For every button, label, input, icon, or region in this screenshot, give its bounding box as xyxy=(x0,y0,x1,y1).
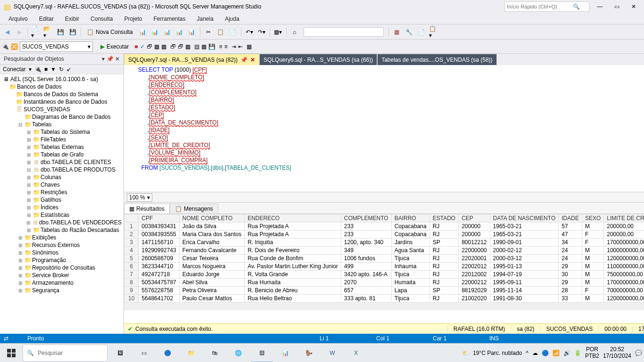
expand-icon[interactable]: ⊞ xyxy=(25,213,32,218)
tree-item[interactable]: ⊞📁 Estatísticas xyxy=(0,211,124,219)
task-dbeaver-icon[interactable]: 🦫 xyxy=(298,344,320,362)
table-row[interactable]: 200384393555Maria Clara dos SantosRua Pr… xyxy=(124,230,644,239)
tree-item[interactable]: ⊞📁Tabelas do Razão Descartadas xyxy=(0,226,124,234)
table-cell[interactable]: 1965-03-21 xyxy=(490,230,559,239)
connect-button[interactable]: Conectar xyxy=(3,66,26,73)
indent-icon[interactable]: ⇥ xyxy=(231,43,236,50)
tray-chevron-icon[interactable]: ^ xyxy=(526,350,528,356)
back-button[interactable]: ◀ xyxy=(2,27,12,37)
column-header[interactable]: DATA DE NASCIMENTO xyxy=(490,214,559,222)
expand-icon[interactable]: ⊞ xyxy=(25,137,32,142)
intellisense-icon[interactable]: ▦ xyxy=(161,43,166,50)
table-cell[interactable]: Copacabana xyxy=(391,230,429,239)
table-row[interactable]: 52600586709Cesar TeixeiraRua Conde de Bo… xyxy=(124,255,644,263)
table-cell[interactable]: R. Volta Grande xyxy=(245,271,341,279)
table-cell[interactable]: 1700000000,00 xyxy=(604,239,644,247)
menu-arquivo[interactable]: Arquivo xyxy=(4,15,33,23)
table-cell[interactable]: 233 xyxy=(341,222,391,230)
table-row[interactable]: 100384393431João da SilvaRua Projetada A… xyxy=(124,222,644,230)
tray-onedrive-icon[interactable]: ☁ xyxy=(532,350,538,356)
expand-icon[interactable]: ⊞ xyxy=(17,235,24,240)
table-cell[interactable]: F xyxy=(582,230,603,239)
table-cell[interactable]: 3623344710 xyxy=(139,263,179,271)
pin-icon[interactable]: 📌 xyxy=(240,57,248,63)
menu-ferramentas[interactable]: Ferramentas xyxy=(149,15,190,23)
table-cell[interactable]: 1200000000,00 xyxy=(604,255,644,263)
tree-item[interactable]: ⊞📁Segurança xyxy=(0,287,124,294)
expand-icon[interactable]: ⊟ xyxy=(25,167,32,173)
xmla-query-icon[interactable]: 📊 xyxy=(187,27,197,37)
table-cell[interactable]: 1995-11-14 xyxy=(490,287,559,295)
taskbar-search[interactable]: 🔍 Pesquisar xyxy=(23,345,107,362)
column-header[interactable]: NOME COMPLETO xyxy=(179,214,244,222)
column-header[interactable]: ENDERECO xyxy=(245,214,341,222)
table-cell[interactable]: 349 xyxy=(341,247,391,255)
table-cell[interactable]: 5576228758 xyxy=(139,287,179,295)
expand-icon[interactable]: ⊞ xyxy=(17,288,24,293)
execute-button[interactable]: ▶ Executar xyxy=(97,42,132,51)
refresh-icon[interactable]: ↻ xyxy=(59,66,64,73)
table-cell[interactable]: 1994-07-19 xyxy=(490,271,559,279)
tray-battery-icon[interactable]: 🔋 xyxy=(574,350,581,356)
windows-start-button[interactable] xyxy=(2,344,21,362)
table-cell[interactable]: Erica Carvalho xyxy=(179,239,244,247)
table-cell[interactable]: 1990-09-01 xyxy=(490,239,559,247)
table-row[interactable]: 63623344710Marcos NogueiraAv. Pastor Mar… xyxy=(124,263,644,271)
column-header[interactable]: LIMITE DE CREDITO xyxy=(604,214,644,222)
table-row[interactable]: 31471156710Erica CarvalhoR. Iriquitia120… xyxy=(124,239,644,247)
tree-item[interactable]: ⊞📁 Colunas xyxy=(0,173,124,181)
table-cell[interactable]: M xyxy=(582,255,603,263)
weather-icon[interactable]: ⛅ xyxy=(462,350,469,356)
table-cell[interactable]: Cesar Teixeira xyxy=(179,255,244,263)
task-view-icon[interactable]: ▭ xyxy=(133,344,155,362)
table-cell[interactable]: 80012212 xyxy=(459,239,490,247)
tool-reg-icon[interactable]: 📋▾ xyxy=(429,27,439,37)
notification-icon[interactable]: 💬 xyxy=(635,350,642,356)
tree-item[interactable]: ⊞📁Service Broker xyxy=(0,272,124,279)
include-stats-icon[interactable]: 🗗 xyxy=(178,43,183,50)
task-excel-icon[interactable]: X xyxy=(345,344,367,362)
menu-exibir[interactable]: Exibir xyxy=(60,15,84,23)
table-cell[interactable]: 30 xyxy=(559,271,582,279)
tray-security-icon[interactable]: 🔵 xyxy=(542,350,549,356)
tree-item[interactable]: 📁Instantâneos de Banco de Dados xyxy=(0,98,124,106)
table-cell[interactable]: 1200000000,00 xyxy=(604,295,644,303)
undo-button[interactable]: ↶▾ xyxy=(244,27,255,37)
table-cell[interactable]: 22020001 xyxy=(459,255,490,263)
messages-tab[interactable]: 📋 Mensagens xyxy=(170,204,218,214)
table-cell[interactable]: 33 xyxy=(559,295,582,303)
clock-time[interactable]: 20:52 xyxy=(603,346,631,353)
expand-icon[interactable]: ⊞ xyxy=(25,220,32,225)
table-cell[interactable]: 750000000,00 xyxy=(604,271,644,279)
stop-button[interactable]: ■ xyxy=(134,43,138,50)
table-cell[interactable]: Tijuca xyxy=(391,295,429,303)
tree-item[interactable]: ⊟📁Tabelas xyxy=(0,121,124,128)
table-cell[interactable]: 24 xyxy=(559,255,582,263)
table-cell[interactable]: 1000000000,00 xyxy=(604,247,644,255)
task-news-icon[interactable]: 🖼 xyxy=(109,344,131,362)
table-cell[interactable]: 5 xyxy=(124,255,139,263)
expand-icon[interactable]: ⊞ xyxy=(25,182,32,188)
table-row[interactable]: 850534475787Abel SilvaRua Humaita2070Hum… xyxy=(124,279,644,287)
tree-item[interactable]: ⊞⊞dbo.TABELA DE VENDEDORES xyxy=(0,219,124,226)
table-cell[interactable]: Lapa xyxy=(391,287,429,295)
table-cell[interactable]: 4 xyxy=(124,247,139,255)
tree-item[interactable]: ⊞📁FileTables xyxy=(0,136,124,143)
table-cell[interactable]: 00384393431 xyxy=(139,222,179,230)
column-header[interactable]: CPF xyxy=(139,214,179,222)
mdx-query-icon[interactable]: 📊 xyxy=(162,27,173,37)
panel-dropdown-icon[interactable]: ▾ xyxy=(102,56,105,62)
tab-sqlquery7[interactable]: SQLQuery7.sql - RA...S_VENDAS (sa (82)) … xyxy=(124,54,259,65)
maximize-button[interactable]: ▭ xyxy=(610,0,623,13)
change-conn-icon[interactable]: 🔌 xyxy=(2,43,9,50)
expand-icon[interactable]: ⊞ xyxy=(17,265,24,271)
table-cell[interactable]: 700000000,00 xyxy=(604,287,644,295)
table-cell[interactable]: 1991-08-30 xyxy=(490,295,559,303)
task-chrome-icon[interactable]: 🌐 xyxy=(227,344,249,362)
properties-button[interactable]: ▦▾ xyxy=(273,27,283,37)
close-icon[interactable]: ✕ xyxy=(250,57,255,63)
table-cell[interactable]: 3 xyxy=(124,239,139,247)
outdent-icon[interactable]: ⇤ xyxy=(238,43,243,50)
database-dropdown[interactable]: SUCOS_VENDAS ▾ xyxy=(20,41,93,52)
new-project-button[interactable]: 📄▾ xyxy=(31,27,41,37)
